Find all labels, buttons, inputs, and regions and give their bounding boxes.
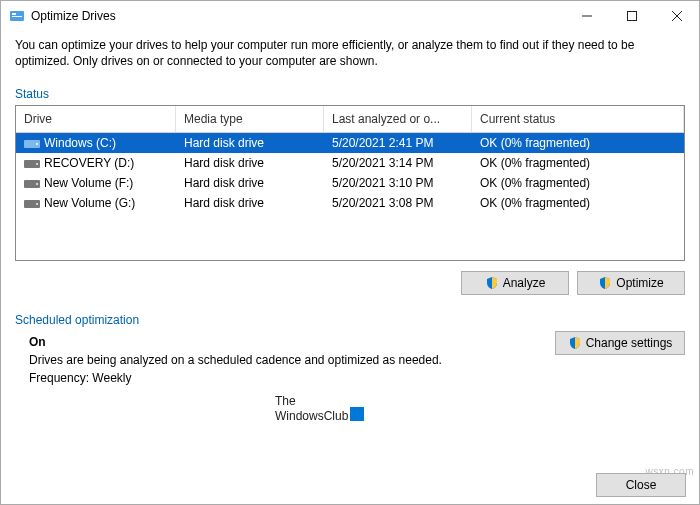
col-header-last[interactable]: Last analyzed or o... — [324, 106, 472, 132]
drives-listbox[interactable]: Drive Media type Last analyzed or o... C… — [15, 105, 685, 261]
svg-rect-1 — [12, 13, 16, 15]
col-header-media[interactable]: Media type — [176, 106, 324, 132]
drive-name: New Volume (F:) — [44, 176, 133, 190]
analyze-label: Analyze — [503, 276, 546, 290]
col-header-status[interactable]: Current status — [472, 106, 684, 132]
shield-icon — [598, 276, 612, 290]
drive-last: 5/20/2021 3:08 PM — [324, 194, 472, 212]
minimize-button[interactable] — [564, 1, 609, 31]
drive-media: Hard disk drive — [176, 174, 324, 192]
description-text: You can optimize your drives to help you… — [15, 37, 685, 69]
close-label: Close — [626, 478, 657, 492]
drive-row[interactable]: New Volume (F:)Hard disk drive5/20/2021 … — [16, 173, 684, 193]
status-section-label: Status — [15, 87, 685, 101]
svg-point-8 — [36, 143, 38, 145]
drive-name: New Volume (G:) — [44, 196, 135, 210]
maximize-button[interactable] — [609, 1, 654, 31]
scheduled-frequency: Frequency: Weekly — [29, 371, 555, 385]
svg-point-14 — [36, 203, 38, 205]
watermark: The WindowsClub — [275, 395, 364, 422]
svg-rect-2 — [12, 16, 22, 17]
titlebar: Optimize Drives — [1, 1, 699, 31]
drive-name: Windows (C:) — [44, 136, 116, 150]
scheduled-status: On — [29, 335, 555, 349]
drive-media: Hard disk drive — [176, 194, 324, 212]
window-title: Optimize Drives — [31, 9, 564, 23]
close-dialog-button[interactable]: Close — [596, 473, 686, 497]
drive-icon — [24, 197, 40, 209]
app-icon — [9, 8, 25, 24]
drive-icon — [24, 157, 40, 169]
change-settings-label: Change settings — [586, 336, 673, 350]
drive-name: RECOVERY (D:) — [44, 156, 134, 170]
col-header-drive[interactable]: Drive — [16, 106, 176, 132]
drive-media: Hard disk drive — [176, 134, 324, 152]
drive-status: OK (0% fragmented) — [472, 154, 684, 172]
drive-row[interactable]: RECOVERY (D:)Hard disk drive5/20/2021 3:… — [16, 153, 684, 173]
svg-point-10 — [36, 163, 38, 165]
change-settings-button[interactable]: Change settings — [555, 331, 685, 355]
drive-row[interactable]: Windows (C:)Hard disk drive5/20/2021 2:4… — [16, 133, 684, 153]
shield-icon — [568, 336, 582, 350]
scheduled-section-label: Scheduled optimization — [15, 313, 685, 327]
drive-last: 5/20/2021 3:14 PM — [324, 154, 472, 172]
analyze-button[interactable]: Analyze — [461, 271, 569, 295]
drive-icon — [24, 177, 40, 189]
drive-status: OK (0% fragmented) — [472, 194, 684, 212]
drive-last: 5/20/2021 3:10 PM — [324, 174, 472, 192]
drive-last: 5/20/2021 2:41 PM — [324, 134, 472, 152]
optimize-button[interactable]: Optimize — [577, 271, 685, 295]
drive-icon — [24, 137, 40, 149]
drive-row[interactable]: New Volume (G:)Hard disk drive5/20/2021 … — [16, 193, 684, 213]
scheduled-description: Drives are being analyzed on a scheduled… — [29, 353, 555, 367]
drive-status: OK (0% fragmented) — [472, 134, 684, 152]
drive-status: OK (0% fragmented) — [472, 174, 684, 192]
svg-rect-4 — [627, 12, 636, 21]
shield-icon — [485, 276, 499, 290]
close-button[interactable] — [654, 1, 699, 31]
drive-media: Hard disk drive — [176, 154, 324, 172]
optimize-label: Optimize — [616, 276, 663, 290]
list-header: Drive Media type Last analyzed or o... C… — [16, 106, 684, 133]
svg-point-12 — [36, 183, 38, 185]
